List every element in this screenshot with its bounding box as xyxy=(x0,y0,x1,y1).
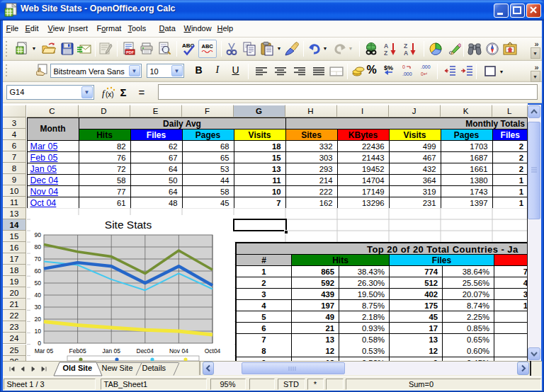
svg-text:Z: Z xyxy=(384,50,387,57)
svg-text:A: A xyxy=(404,50,408,57)
svg-text:0: 0 xyxy=(402,64,405,69)
svg-text:Site Stats: Site Stats xyxy=(105,219,152,231)
svg-text:ABC: ABC xyxy=(201,43,213,50)
svg-text:Oct04: Oct04 xyxy=(205,347,221,354)
svg-text:Z: Z xyxy=(404,42,407,50)
svg-text:A: A xyxy=(384,42,388,50)
svg-text:30: 30 xyxy=(35,304,42,311)
svg-text:60: 60 xyxy=(35,267,42,275)
svg-text:0: 0 xyxy=(38,340,41,347)
svg-text:Feb05: Feb05 xyxy=(69,347,86,354)
svg-text:40: 40 xyxy=(35,292,42,299)
svg-text:20: 20 xyxy=(35,316,42,323)
svg-text:.000: .000 xyxy=(402,71,412,76)
svg-text:0↵: 0↵ xyxy=(421,71,428,76)
svg-text:$%: $% xyxy=(384,64,393,71)
svg-text:10: 10 xyxy=(35,328,42,335)
svg-text:(x): (x) xyxy=(106,91,114,98)
svg-text:90: 90 xyxy=(35,231,42,238)
svg-text:80: 80 xyxy=(35,243,42,250)
svg-text:PDF: PDF xyxy=(126,50,135,54)
svg-text:70: 70 xyxy=(35,255,42,263)
svg-text:Dec04: Dec04 xyxy=(137,347,154,354)
svg-text:Jan 05: Jan 05 xyxy=(102,347,120,354)
svg-text:Nov 04: Nov 04 xyxy=(169,347,188,354)
svg-text:.000: .000 xyxy=(421,64,431,69)
svg-text:50: 50 xyxy=(35,279,42,287)
svg-text:Mar 05: Mar 05 xyxy=(35,347,54,354)
